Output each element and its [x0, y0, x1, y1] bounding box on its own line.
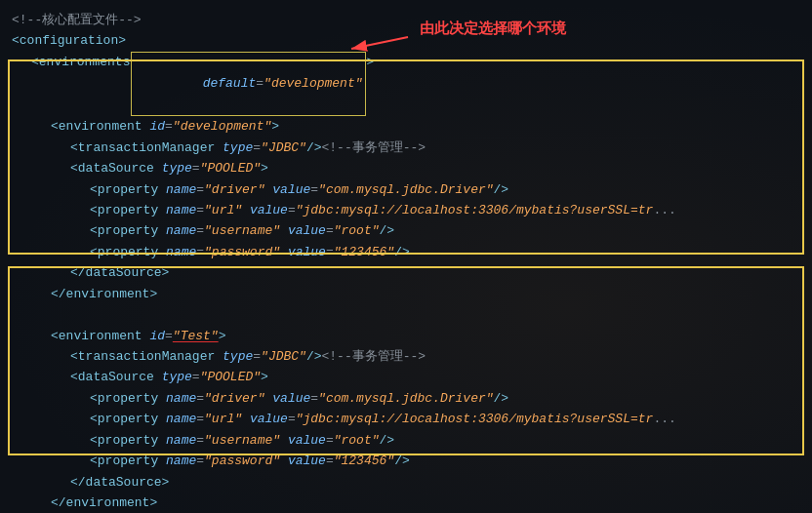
- line-prop-password-test: <property name="password" value="123456"…: [12, 451, 800, 471]
- line-txmanager-dev: <transactionManager type="JDBC" /> <!--事…: [12, 138, 800, 158]
- attr-default: default: [195, 76, 256, 91]
- line-prop-url-dev: <property name="url" value="jdbc:mysql:/…: [12, 200, 800, 220]
- annotation-text: 由此决定选择哪个环境: [420, 20, 566, 38]
- line-prop-driver-dev: <property name="driver" value="com.mysql…: [12, 179, 800, 200]
- tag-environments-name: environments: [39, 52, 131, 72]
- line-comment: <!--核心配置文件-->: [12, 10, 800, 30]
- val-development: "development": [264, 76, 362, 91]
- line-datasource-dev-close: </dataSource>: [12, 262, 800, 283]
- comment-text: <!--核心配置文件-->: [12, 10, 142, 30]
- line-prop-username-dev: <property name="username" value="root" /…: [12, 220, 800, 241]
- tag-environments-lt: <: [31, 52, 39, 72]
- line-environments-open: <environments default="development" >: [12, 52, 800, 116]
- line-datasource-dev-open: <dataSource type="POOLED" >: [12, 158, 800, 178]
- line-prop-driver-test: <property name="driver" value="com.mysql…: [12, 388, 800, 409]
- line-env-dev-open: <environment id="development" >: [12, 116, 800, 137]
- line-prop-url-test: <property name="url" value="jdbc:mysql:/…: [12, 409, 800, 429]
- code-editor: 由此决定选择哪个环境 <!--核心配置文件--> <configuration>…: [0, 0, 812, 513]
- line-datasource-test-close: </dataSource>: [12, 472, 800, 493]
- line-env-test-open: <environment id="Test" >: [12, 326, 800, 346]
- tag-configuration-open: <configuration>: [12, 30, 126, 51]
- tag-environments-gt: >: [367, 52, 375, 72]
- line-datasource-test-open: <dataSource type="POOLED" >: [12, 367, 800, 387]
- line-env-dev-close: </environment>: [12, 284, 800, 304]
- line-blank-1: [12, 304, 800, 325]
- line-env-test-close: </environment>: [12, 493, 800, 513]
- line-configuration-open: <configuration>: [12, 30, 800, 51]
- code-content: <!--核心配置文件--> <configuration> <environme…: [0, 10, 812, 513]
- line-prop-password-dev: <property name="password" value="123456"…: [12, 242, 800, 262]
- line-prop-username-test: <property name="username" value="root" /…: [12, 430, 800, 451]
- line-txmanager-test: <transactionManager type="JDBC" /> <!--事…: [12, 346, 800, 367]
